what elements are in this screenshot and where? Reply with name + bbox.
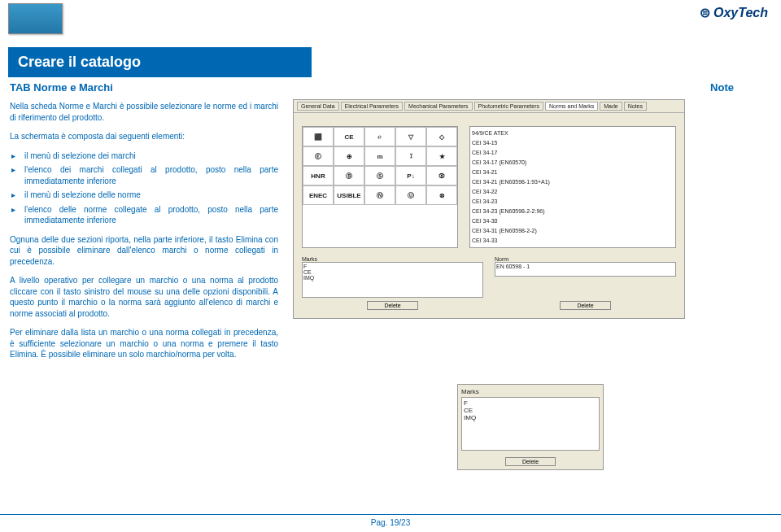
delete-marks-button[interactable]: Delete (367, 301, 417, 310)
small-marks-value: IMQ (464, 414, 597, 421)
small-marks-value: CE (464, 407, 597, 414)
small-delete-button[interactable]: Delete (505, 457, 556, 466)
tab-mechanical[interactable]: Mechanical Parameters (404, 102, 473, 111)
mark-cell[interactable]: Ⓔ (303, 146, 334, 166)
mark-cell[interactable]: m (364, 146, 395, 166)
brand-logo: ⊜OxyTech (700, 5, 768, 20)
mark-cell[interactable]: ⬛ (303, 127, 334, 146)
list-item: il menù di selezione dei marchi (21, 150, 278, 162)
mark-cell[interactable]: P↓ (395, 166, 426, 185)
brand-glyph: ⊜ (700, 6, 710, 20)
mark-cell[interactable]: Ⓝ (364, 185, 395, 205)
small-marks-value: F (464, 399, 597, 407)
litestar-logo (8, 3, 63, 34)
list-intro: La schermata è composta dai seguenti ele… (10, 131, 278, 142)
mark-cell[interactable]: Ⓢ (364, 166, 395, 185)
marks-field-label: Marks (302, 256, 483, 262)
mark-cell[interactable]: ENEC (303, 185, 334, 205)
marks-value: IMQ (303, 275, 482, 281)
norm-row[interactable]: CEI 34-23 (472, 197, 674, 207)
mark-cell[interactable]: ℮ (364, 127, 395, 146)
tab-norms-marks[interactable]: Norms and Marks (545, 102, 598, 111)
mark-cell[interactable]: USIBLE (334, 185, 364, 205)
norm-row[interactable]: CEI 34-30 (472, 216, 674, 226)
brand-name: OxyTech (713, 6, 768, 20)
tab-photometric[interactable]: Photometric Parameters (474, 102, 543, 111)
norm-row[interactable]: 94/9/CE ATEX (472, 129, 674, 138)
paragraph-2: Ognuna delle due sezioni riporta, nella … (10, 234, 278, 268)
norm-row[interactable]: CEI 34-31 (EN60598-2-2) (472, 226, 674, 236)
norms-list[interactable]: 94/9/CE ATEXCEI 34-15CEI 34-17CEI 34-17 … (469, 126, 676, 248)
norm-row[interactable]: CEI 34-21 (EN60598-1:93+A1) (472, 177, 674, 187)
norm-field-label: Norm (495, 256, 676, 262)
paragraph-3: A livello operativo per collegare un mar… (10, 275, 278, 319)
norm-row[interactable]: CEI 34-23 (EN60598-2-2:96) (472, 207, 674, 216)
mark-cell[interactable]: ◇ (426, 127, 457, 146)
bullet-list: il menù di selezione dei marchi l'elenco… (10, 150, 278, 226)
marks-value: CE (303, 269, 482, 275)
delete-norm-button[interactable]: Delete (560, 301, 610, 310)
norm-field-box[interactable]: EN 60598 - 1 (495, 262, 676, 277)
norm-row[interactable]: CEI 34-17 (472, 148, 674, 158)
small-marks-box[interactable]: F CE IMQ (461, 397, 600, 451)
intro-paragraph: Nella scheda Norme e Marchi è possibile … (10, 101, 278, 123)
paragraph-4: Per eliminare dalla lista un marchio o u… (10, 327, 278, 360)
mark-cell[interactable]: ⟟ (395, 146, 426, 166)
small-marks-label: Marks (461, 388, 600, 395)
page-footer: Pag. 19/23 (0, 514, 781, 527)
marks-grid: ⬛CE℮▽◇Ⓔ⊕m⟟★HNRⒷⓈP↓⦿ENECUSIBLEⓃⓊ⊗ (302, 126, 458, 248)
note-label: Note (710, 81, 734, 94)
small-screenshot: Marks F CE IMQ Delete (457, 384, 604, 470)
mark-cell[interactable]: HNR (303, 166, 334, 185)
tab-electrical[interactable]: Electrical Parameters (341, 102, 404, 111)
mark-cell[interactable]: Ⓤ (395, 185, 426, 205)
tab-heading: TAB Norme e Marchi (10, 81, 113, 94)
mark-cell[interactable]: ⦿ (426, 166, 457, 185)
tab-general[interactable]: General Data (297, 102, 339, 111)
tab-made[interactable]: Made (600, 102, 622, 111)
tabs-row: General Data Electrical Parameters Mecha… (294, 100, 684, 113)
norm-row[interactable]: CEI 34-33 (472, 236, 674, 246)
list-item: l'elenco delle norme collegate al prodot… (21, 204, 278, 226)
norm-row[interactable]: CEI 34-17 (EN60570) (472, 158, 674, 168)
mark-cell[interactable]: ★ (426, 146, 457, 166)
body-text: Nella scheda Norme e Marchi è possibile … (10, 101, 278, 368)
list-item: l'elenco dei marchi collegati al prodott… (21, 164, 278, 186)
mark-cell[interactable]: Ⓑ (334, 166, 364, 185)
marks-value: F (303, 264, 482, 269)
mark-cell[interactable]: ⊗ (426, 185, 457, 205)
marks-field-box[interactable]: F CE IMQ (302, 262, 483, 298)
mark-cell[interactable]: ⊕ (334, 146, 364, 166)
mark-cell[interactable]: CE (334, 127, 364, 146)
norm-row[interactable]: CEI 34-21 (472, 168, 674, 177)
main-screenshot: General Data Electrical Parameters Mecha… (293, 99, 685, 319)
page-title: Creare il catalogo (8, 47, 312, 77)
norm-row[interactable]: CEI 34-22 (472, 187, 674, 197)
mark-cell[interactable]: ▽ (395, 127, 426, 146)
tab-notes[interactable]: Notes (624, 102, 647, 111)
norm-row[interactable]: CEI 34-15 (472, 138, 674, 148)
list-item: il menù di selezione delle norme (21, 190, 278, 201)
